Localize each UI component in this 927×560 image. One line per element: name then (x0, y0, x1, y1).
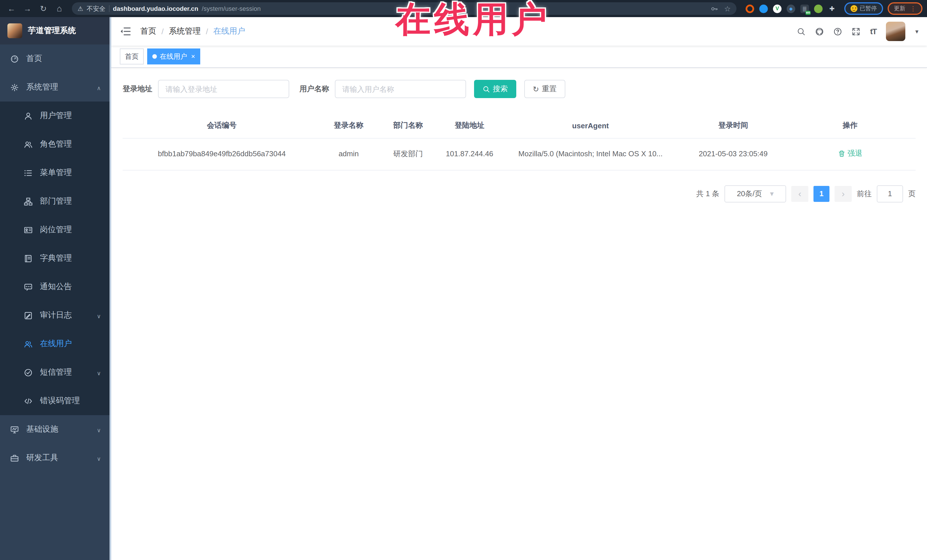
browser-chrome: 不安全 dashboard.yudao.iocoder.cn /system/u… (0, 0, 927, 17)
github-icon[interactable] (816, 27, 824, 36)
sidebar-item-system-management[interactable]: 系统管理 (0, 73, 111, 102)
browser-menu-icon[interactable] (910, 5, 916, 12)
goto-label: 前往 (857, 188, 872, 199)
search-button-label: 搜索 (493, 84, 508, 94)
force-logout-button[interactable]: 强退 (838, 147, 863, 160)
next-page-button[interactable] (834, 186, 852, 202)
url-bar[interactable]: 不安全 dashboard.yudao.iocoder.cn /system/u… (72, 2, 737, 15)
col-session-id: 会话编号 (123, 113, 321, 138)
sidebar-item-label: 错误码管理 (40, 396, 80, 406)
cell-session-id: bfbb1ab79ba849e49fb26ddb56a73044 (123, 138, 321, 170)
security-warning-icon[interactable] (78, 5, 83, 12)
org-tree-icon (24, 197, 32, 206)
avatar[interactable] (886, 22, 906, 41)
reset-button[interactable]: 重置 (524, 80, 565, 98)
cell-dept-name: 研发部门 (377, 138, 440, 170)
key-icon[interactable] (711, 5, 719, 12)
page-content: 登录地址 用户名称 搜索 重置 (111, 68, 927, 560)
sidebar-item-error-code[interactable]: 错误码管理 (0, 387, 111, 415)
table-header-row: 会话编号 登录名称 部门名称 登陆地址 userAgent 登录时间 操作 (123, 113, 916, 138)
extension-icons: en (746, 4, 836, 13)
goto-page-input[interactable] (877, 185, 903, 202)
sidebar-item-label: 用户管理 (40, 111, 72, 121)
fullscreen-icon[interactable] (852, 27, 860, 36)
browser-back-icon[interactable] (5, 2, 18, 15)
sidebar-item-user-management[interactable]: 用户管理 (0, 102, 111, 130)
browser-home-icon[interactable] (53, 2, 66, 15)
sidebar-item-dict-management[interactable]: 字典管理 (0, 244, 111, 273)
trash-icon (838, 150, 845, 157)
help-icon[interactable] (834, 27, 842, 36)
tab-label: 首页 (125, 52, 138, 61)
tab-online-users[interactable]: 在线用户 (147, 49, 200, 64)
breadcrumb-home[interactable]: 首页 (140, 26, 156, 36)
translate-badge: en (805, 11, 811, 15)
sidebar-item-label: 首页 (26, 54, 42, 64)
pagination: 共 1 条 20条/页 1 前往 页 (123, 185, 916, 202)
username-label: 用户名称 (299, 84, 329, 94)
url-divider (109, 5, 109, 12)
breadcrumb-system[interactable]: 系统管理 (169, 26, 201, 36)
extensions-puzzle-icon[interactable] (828, 4, 836, 13)
avatar-caret-down-icon[interactable] (915, 28, 918, 35)
chevron-down-icon (97, 425, 101, 434)
extension-v-icon[interactable] (773, 4, 781, 13)
sidebar-item-audit-log[interactable]: 审计日志 (0, 301, 111, 329)
col-login-ip: 登陆地址 (440, 113, 500, 138)
id-card-icon (24, 226, 32, 234)
screenshot-stage: 不安全 dashboard.yudao.iocoder.cn /system/u… (0, 0, 927, 560)
font-size-icon[interactable] (870, 27, 877, 36)
extension-green-icon[interactable] (814, 4, 823, 13)
tab-close-icon[interactable] (191, 52, 195, 61)
online-users-icon (24, 340, 32, 348)
prev-page-button[interactable] (791, 186, 808, 202)
login-address-input[interactable] (158, 80, 289, 98)
sidebar-item-dev-tools[interactable]: 研发工具 (0, 444, 111, 472)
col-login-time: 登录时间 (682, 113, 785, 138)
paused-extension-chip[interactable]: 已暂停 (844, 2, 883, 15)
chevron-down-icon (97, 311, 101, 320)
username-input[interactable] (335, 80, 466, 98)
sidebar-item-role-management[interactable]: 角色管理 (0, 130, 111, 159)
search-button[interactable]: 搜索 (474, 80, 516, 98)
sidebar-fold-icon[interactable] (120, 26, 131, 37)
dashboard-icon (10, 55, 19, 63)
sidebar-item-home[interactable]: 首页 (0, 44, 111, 73)
header-search-icon[interactable] (797, 27, 806, 36)
app-logo-block[interactable]: 芋道管理系统 (0, 17, 111, 44)
security-label[interactable]: 不安全 (87, 4, 106, 13)
sidebar-item-online-users[interactable]: 在线用户 (0, 329, 111, 358)
chrome-update-chip[interactable]: 更新 (887, 2, 922, 15)
page-number-1[interactable]: 1 (813, 186, 830, 202)
devtools-icon (10, 454, 19, 462)
browser-reload-icon[interactable] (36, 2, 50, 15)
refresh-icon (533, 85, 539, 93)
app-title: 芋道管理系统 (28, 26, 76, 36)
sidebar-item-label: 审计日志 (40, 310, 72, 320)
sidebar-item-label: 研发工具 (26, 453, 58, 463)
breadcrumb-separator: / (206, 27, 208, 36)
sidebar-item-notice[interactable]: 通知公告 (0, 273, 111, 301)
browser-forward-icon[interactable] (21, 2, 34, 15)
bookmark-star-icon[interactable] (724, 4, 731, 13)
tab-home[interactable]: 首页 (120, 49, 144, 64)
sidebar-item-dept-management[interactable]: 部门管理 (0, 187, 111, 216)
search-form: 登录地址 用户名称 搜索 重置 (123, 80, 916, 98)
url-path: /system/user-session (202, 5, 261, 12)
sidebar-item-post-management[interactable]: 岗位管理 (0, 216, 111, 244)
extension-orange-icon[interactable] (746, 4, 754, 13)
extension-blue-icon[interactable] (759, 4, 768, 13)
extension-diamond-icon[interactable] (787, 4, 795, 13)
sidebar-item-infrastructure[interactable]: 基础设施 (0, 415, 111, 444)
sidebar-item-sms-management[interactable]: 短信管理 (0, 358, 111, 387)
table-row: bfbb1ab79ba849e49fb26ddb56a73044 admin 研… (123, 138, 916, 170)
infrastructure-icon (10, 425, 19, 434)
breadcrumb-separator: / (161, 27, 164, 36)
chevron-down-icon (97, 368, 101, 377)
cell-user-agent: Mozilla/5.0 (Macintosh; Intel Mac OS X 1… (499, 138, 681, 170)
page-size-select[interactable]: 20条/页 (725, 185, 786, 202)
sidebar-item-label: 短信管理 (40, 367, 72, 378)
sidebar-item-menu-management[interactable]: 菜单管理 (0, 159, 111, 187)
sidebar-item-label: 字典管理 (40, 253, 72, 264)
translate-extension-icon[interactable]: en (800, 4, 809, 13)
